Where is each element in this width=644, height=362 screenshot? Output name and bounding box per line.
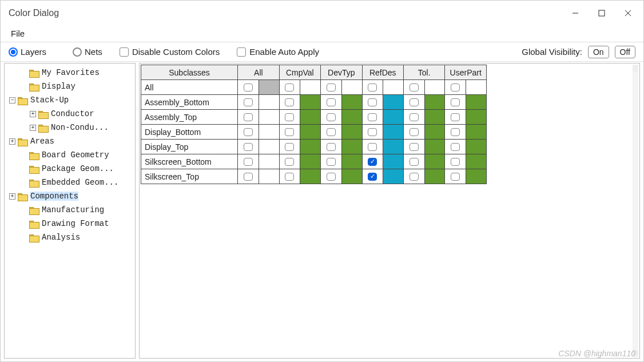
color-swatch[interactable] [425, 110, 445, 124]
visibility-checkbox[interactable]: ✓ [368, 158, 377, 166]
color-swatch[interactable] [300, 154, 320, 169]
color-swatch[interactable] [466, 154, 486, 169]
color-swatch[interactable] [383, 95, 403, 109]
visibility-checkbox[interactable] [285, 83, 294, 92]
tree-item[interactable]: +Conductor [6, 107, 134, 121]
color-swatch[interactable] [300, 110, 320, 124]
visibility-checkbox[interactable] [285, 128, 294, 136]
visibility-checkbox[interactable]: ✓ [368, 173, 377, 181]
visibility-checkbox[interactable] [410, 83, 419, 92]
global-visibility-on-button[interactable]: On [588, 46, 609, 58]
visibility-checkbox[interactable] [451, 158, 460, 166]
global-visibility-off-button[interactable]: Off [615, 46, 635, 58]
visibility-checkbox[interactable] [285, 158, 294, 166]
visibility-checkbox[interactable] [451, 113, 460, 121]
color-swatch[interactable] [342, 169, 362, 184]
visibility-checkbox[interactable] [327, 173, 336, 181]
visibility-checkbox[interactable] [327, 158, 336, 166]
visibility-checkbox[interactable] [327, 98, 336, 106]
scroll-track[interactable] [633, 71, 638, 350]
color-swatch[interactable] [300, 169, 320, 184]
visibility-checkbox[interactable] [410, 128, 419, 136]
column-header-subclasses[interactable]: Subclasses [141, 65, 238, 80]
radio-layers[interactable]: Layers [9, 47, 46, 57]
color-swatch[interactable] [466, 169, 486, 184]
visibility-checkbox[interactable] [327, 113, 336, 121]
visibility-checkbox[interactable] [285, 113, 294, 121]
tree-item[interactable]: Board Geometry [6, 148, 134, 162]
visibility-checkbox[interactable] [368, 83, 377, 92]
color-swatch[interactable] [383, 110, 403, 124]
visibility-checkbox[interactable] [451, 83, 460, 92]
column-header[interactable]: UserPart [445, 65, 487, 80]
tree-item[interactable]: +Non-Condu... [6, 121, 134, 134]
color-swatch[interactable] [425, 169, 445, 184]
visibility-checkbox[interactable] [244, 113, 253, 121]
tree-item[interactable]: −Stack-Up [6, 93, 134, 107]
color-swatch[interactable] [425, 95, 445, 109]
visibility-checkbox[interactable] [451, 143, 460, 151]
visibility-checkbox[interactable] [327, 128, 336, 136]
column-header[interactable]: DevTyp [321, 65, 362, 80]
visibility-checkbox[interactable] [368, 98, 377, 106]
visibility-checkbox[interactable] [451, 128, 460, 136]
tree-item[interactable]: Package Geom... [6, 162, 134, 176]
visibility-checkbox[interactable] [244, 158, 253, 166]
color-swatch[interactable] [383, 154, 403, 169]
tree-item[interactable]: +Areas [6, 134, 134, 148]
radio-nets[interactable]: Nets [73, 47, 102, 57]
color-swatch[interactable] [425, 140, 445, 154]
checkbox-disable-custom-colors[interactable]: Disable Custom Colors [120, 47, 220, 57]
color-swatch[interactable] [383, 125, 403, 139]
expand-icon[interactable]: + [9, 193, 15, 200]
visibility-checkbox[interactable] [244, 98, 253, 106]
visibility-checkbox[interactable] [285, 173, 294, 181]
color-swatch[interactable] [259, 80, 279, 94]
visibility-checkbox[interactable] [327, 143, 336, 151]
tree-item[interactable]: Display [6, 79, 134, 93]
menu-file[interactable]: File [7, 27, 28, 39]
color-swatch[interactable] [342, 110, 362, 124]
visibility-checkbox[interactable] [410, 158, 419, 166]
tree-item[interactable]: Drawing Format [6, 217, 134, 230]
tree-item[interactable]: My Favorites [6, 66, 134, 79]
visibility-checkbox[interactable] [244, 173, 253, 181]
visibility-checkbox[interactable] [244, 128, 253, 136]
color-swatch[interactable] [342, 95, 362, 109]
color-swatch[interactable] [466, 140, 486, 154]
visibility-checkbox[interactable] [410, 173, 419, 181]
sidebar-tree[interactable]: My FavoritesDisplay−Stack-Up+Conductor+N… [4, 63, 136, 359]
expand-icon[interactable]: − [9, 97, 15, 104]
color-swatch[interactable] [425, 154, 445, 169]
color-swatch[interactable] [342, 154, 362, 169]
visibility-checkbox[interactable] [368, 113, 377, 121]
visibility-checkbox[interactable] [410, 113, 419, 121]
column-header[interactable]: All [238, 65, 279, 80]
tree-item[interactable]: Embedded Geom... [6, 176, 134, 189]
visibility-checkbox[interactable] [368, 128, 377, 136]
tree-item[interactable]: Analysis [6, 230, 134, 244]
checkbox-enable-auto-apply[interactable]: Enable Auto Apply [237, 47, 319, 57]
expand-icon[interactable]: + [30, 125, 36, 131]
maximize-button[interactable] [589, 5, 615, 22]
visibility-checkbox[interactable] [285, 98, 294, 106]
expand-icon[interactable]: + [30, 111, 36, 117]
color-swatch[interactable] [466, 110, 486, 124]
color-swatch[interactable] [300, 95, 320, 109]
expand-icon[interactable]: + [9, 138, 15, 145]
vertical-scrollbar[interactable] [633, 65, 638, 357]
visibility-checkbox[interactable] [410, 143, 419, 151]
color-swatch[interactable] [342, 125, 362, 139]
color-swatch[interactable] [300, 140, 320, 154]
visibility-checkbox[interactable] [368, 143, 377, 151]
color-swatch[interactable] [383, 169, 403, 184]
visibility-checkbox[interactable] [451, 173, 460, 181]
tree-item[interactable]: +Components [6, 189, 134, 203]
minimize-button[interactable] [562, 5, 589, 22]
color-swatch[interactable] [425, 125, 445, 139]
tree-item[interactable]: Manufacturing [6, 203, 134, 217]
color-swatch[interactable] [466, 125, 486, 139]
visibility-checkbox[interactable] [285, 143, 294, 151]
visibility-checkbox[interactable] [327, 83, 336, 92]
visibility-checkbox[interactable] [410, 98, 419, 106]
